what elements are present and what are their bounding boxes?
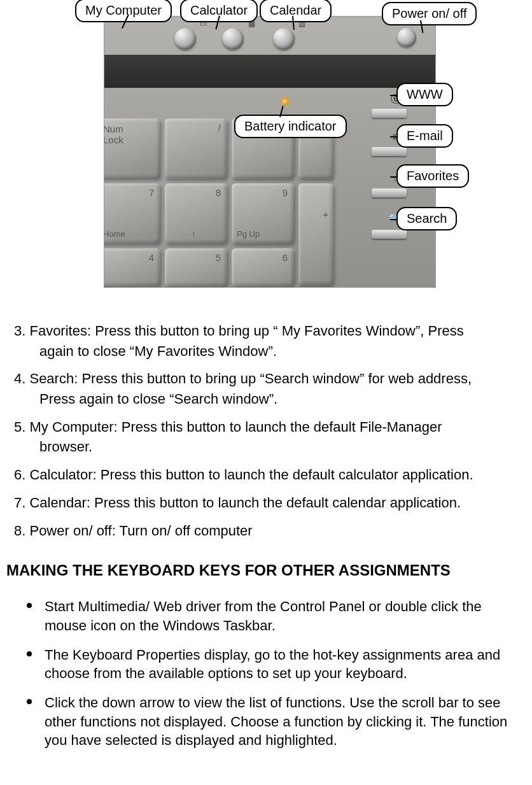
callout-my-computer: My Computer bbox=[75, 0, 172, 22]
display-strip bbox=[104, 55, 435, 88]
keyboard-photo: ▭ ▦ ▥ ⓔ ✉ ☆ 🔍 Num Lock / * - 7Home 8↑ 9P… bbox=[104, 16, 436, 288]
item-8: 8. Power on/ off: Turn on/ off computer bbox=[14, 521, 526, 541]
bullet-3: Click the down arrow to view the list of… bbox=[27, 693, 526, 750]
my-computer-hotkey bbox=[174, 28, 196, 50]
key-num-lock: Num Lock bbox=[104, 118, 160, 179]
key-5: 5 bbox=[165, 248, 227, 286]
callout-calendar: Calendar bbox=[260, 0, 332, 22]
callout-favorites: Favorites bbox=[396, 164, 469, 188]
item-7: 7. Calendar: Press this button to launch… bbox=[14, 493, 526, 513]
calculator-hotkey bbox=[222, 28, 244, 50]
bullet-list: Start Multimedia/ Web driver from the Co… bbox=[27, 597, 526, 750]
item-5: 5. My Computer: Press this button to lau… bbox=[14, 418, 526, 456]
item-4: 4. Search: Press this button to bring up… bbox=[14, 369, 526, 408]
key-plus: + bbox=[298, 183, 333, 285]
key-9: 9Pg Up bbox=[232, 183, 294, 244]
email-hotkey bbox=[372, 147, 407, 156]
key-4: 4 bbox=[104, 248, 160, 286]
keyboard-figure: ▭ ▦ ▥ ⓔ ✉ ☆ 🔍 Num Lock / * - 7Home 8↑ 9P… bbox=[43, 0, 489, 296]
key-slash: / bbox=[165, 118, 227, 179]
www-hotkey bbox=[372, 109, 407, 118]
callout-email: E-mail bbox=[396, 124, 453, 148]
callout-search: Search bbox=[396, 207, 457, 230]
item-3: 3. Favorites: Press this button to bring… bbox=[14, 322, 526, 360]
favorites-hotkey bbox=[372, 188, 407, 197]
callout-calculator: Calculator bbox=[180, 0, 258, 22]
section-heading: MAKING THE KEYBOARD KEYS FOR OTHER ASSIG… bbox=[6, 562, 526, 579]
calendar-hotkey bbox=[273, 28, 295, 50]
keypad-area: Num Lock / * - 7Home 8↑ 9Pg Up + 4 5 6 bbox=[104, 122, 333, 287]
search-hotkey bbox=[372, 230, 407, 239]
key-8: 8↑ bbox=[165, 183, 227, 244]
callout-power: Power on/ off bbox=[382, 2, 477, 25]
key-6: 6 bbox=[232, 248, 294, 286]
power-hotkey bbox=[397, 28, 416, 47]
callout-www: WWW bbox=[396, 83, 453, 106]
bullet-2: The Keyboard Properties display, go to t… bbox=[27, 646, 526, 683]
instruction-list: 3. Favorites: Press this button to bring… bbox=[6, 322, 526, 540]
callout-battery: Battery indicator bbox=[234, 115, 347, 138]
bullet-1: Start Multimedia/ Web driver from the Co… bbox=[27, 597, 526, 635]
key-7: 7Home bbox=[104, 183, 160, 244]
battery-led-icon bbox=[281, 98, 288, 104]
item-6: 6. Calculator: Press this button to laun… bbox=[14, 465, 526, 484]
